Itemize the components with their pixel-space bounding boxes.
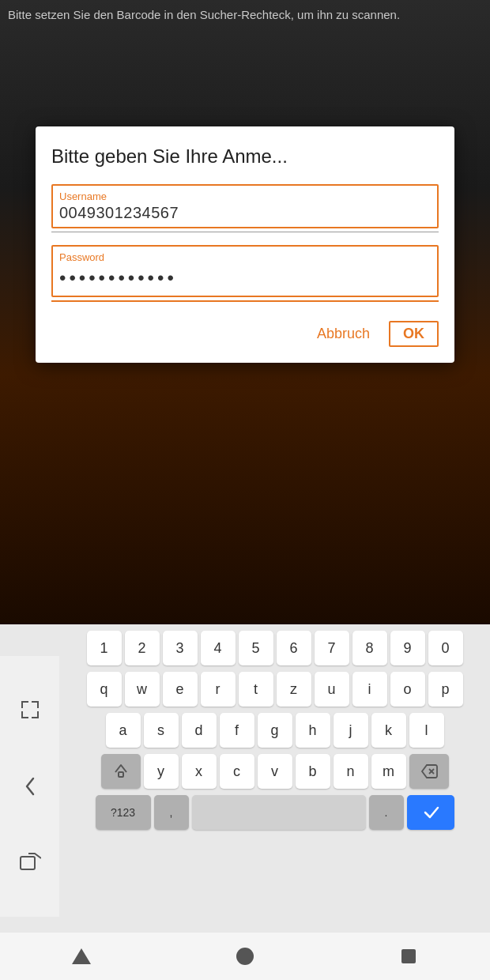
shift-key[interactable] (101, 754, 141, 789)
key-o[interactable]: o (390, 672, 425, 707)
username-underline (51, 232, 439, 232)
key-p[interactable]: p (428, 672, 463, 707)
delete-key[interactable] (409, 754, 449, 789)
cancel-button[interactable]: Abbruch (311, 322, 376, 345)
nav-back-button[interactable] (62, 937, 101, 976)
key-8[interactable]: 8 (352, 631, 387, 665)
key-k[interactable]: k (371, 713, 406, 748)
key-g[interactable]: g (258, 713, 292, 748)
key-s[interactable]: s (144, 713, 179, 748)
key-t[interactable]: t (239, 672, 273, 707)
dialog-actions: Abbruch OK (51, 321, 439, 347)
nav-home-button[interactable] (225, 937, 265, 976)
keyboard: 1 2 3 4 5 6 7 8 9 0 q w e r t z u i o p … (59, 624, 490, 933)
username-value: 0049301234567 (59, 204, 431, 222)
keyboard-row-yxcvbnm: y x c v b n m (59, 751, 490, 792)
key-d[interactable]: d (182, 713, 217, 748)
side-buttons-panel (0, 656, 59, 917)
key-b[interactable]: b (296, 754, 330, 789)
symbols-key[interactable]: ?123 (96, 795, 151, 830)
svg-rect-6 (401, 949, 416, 963)
login-dialog: Bitte geben Sie Ihre Anme... Username 00… (36, 126, 454, 363)
key-j[interactable]: j (334, 713, 368, 748)
key-f[interactable]: f (220, 713, 254, 748)
key-6[interactable]: 6 (277, 631, 311, 665)
key-a[interactable]: a (106, 713, 141, 748)
svg-rect-0 (21, 857, 35, 869)
dialog-title: Bitte geben Sie Ihre Anme... (51, 145, 439, 168)
period-key[interactable]: . (369, 795, 404, 830)
key-q[interactable]: q (87, 672, 122, 707)
share-button[interactable] (14, 847, 46, 879)
key-3[interactable]: 3 (163, 631, 198, 665)
comma-key[interactable]: , (154, 795, 189, 830)
key-u[interactable]: u (315, 672, 349, 707)
keyboard-row-bottom: ?123 , . (59, 792, 490, 836)
key-e[interactable]: e (163, 672, 198, 707)
ok-button[interactable]: OK (389, 321, 439, 347)
key-z[interactable]: z (277, 672, 311, 707)
key-n[interactable]: n (334, 754, 368, 789)
key-y[interactable]: y (144, 754, 179, 789)
scanner-instruction-text: Bitte setzen Sie den Barcode in den Such… (8, 6, 482, 23)
key-l[interactable]: l (409, 713, 444, 748)
key-5[interactable]: 5 (239, 631, 273, 665)
key-c[interactable]: c (220, 754, 254, 789)
svg-point-5 (236, 948, 254, 965)
key-r[interactable]: r (201, 672, 236, 707)
enter-key[interactable] (407, 795, 454, 830)
space-key[interactable] (192, 795, 366, 830)
username-field-group: Username 0049301234567 (51, 184, 439, 232)
password-field-wrapper[interactable]: Password •••••••••••• (51, 245, 439, 298)
keyboard-row-qwertz: q w e r t z u i o p (59, 669, 490, 710)
password-label: Password (59, 251, 431, 263)
nav-recent-button[interactable] (389, 937, 428, 976)
key-2[interactable]: 2 (125, 631, 160, 665)
key-h[interactable]: h (296, 713, 330, 748)
key-0[interactable]: 0 (428, 631, 463, 665)
key-w[interactable]: w (125, 672, 160, 707)
password-value: •••••••••••• (59, 265, 431, 292)
key-1[interactable]: 1 (87, 631, 122, 665)
username-field-wrapper[interactable]: Username 0049301234567 (51, 184, 439, 228)
key-x[interactable]: x (182, 754, 217, 789)
keyboard-row-asdf: a s d f g h j k l (59, 710, 490, 751)
key-9[interactable]: 9 (390, 631, 425, 665)
key-4[interactable]: 4 (201, 631, 236, 665)
key-i[interactable]: i (352, 672, 387, 707)
back-button[interactable] (14, 771, 46, 802)
password-field-group: Password •••••••••••• (51, 245, 439, 303)
svg-marker-4 (72, 948, 91, 964)
navigation-bar (0, 933, 490, 980)
username-label: Username (59, 190, 431, 202)
svg-rect-1 (119, 772, 123, 777)
key-m[interactable]: m (371, 754, 406, 789)
password-underline (51, 300, 439, 302)
key-v[interactable]: v (258, 754, 292, 789)
keyboard-row-numbers: 1 2 3 4 5 6 7 8 9 0 (59, 624, 490, 669)
key-7[interactable]: 7 (315, 631, 349, 665)
expand-button[interactable] (14, 694, 46, 726)
